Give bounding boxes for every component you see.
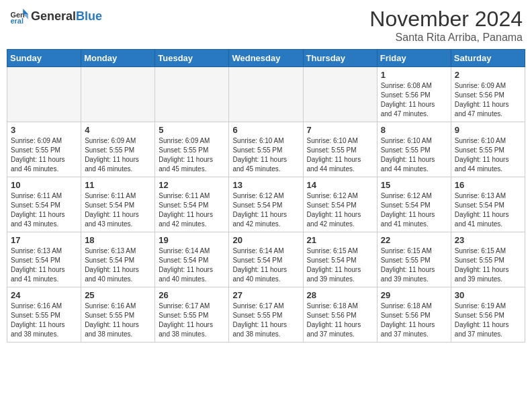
calendar-cell xyxy=(229,67,303,122)
weekday-header-sunday: Sunday xyxy=(7,50,81,67)
calendar-cell: 11Sunrise: 6:11 AM Sunset: 5:54 PM Dayli… xyxy=(81,177,155,232)
calendar-cell xyxy=(303,67,377,122)
day-info: Sunrise: 6:12 AM Sunset: 5:54 PM Dayligh… xyxy=(232,191,299,229)
day-number: 9 xyxy=(455,125,521,135)
day-number: 26 xyxy=(159,290,225,300)
day-info: Sunrise: 6:14 AM Sunset: 5:54 PM Dayligh… xyxy=(159,246,225,284)
page-header: Gen eral GeneralBlue November 2024 Santa… xyxy=(7,7,525,44)
logo: Gen eral GeneralBlue xyxy=(9,7,102,26)
day-number: 27 xyxy=(232,290,299,300)
calendar-cell: 23Sunrise: 6:15 AM Sunset: 5:55 PM Dayli… xyxy=(451,232,525,287)
day-info: Sunrise: 6:19 AM Sunset: 5:56 PM Dayligh… xyxy=(455,302,521,339)
day-number: 4 xyxy=(85,125,151,135)
calendar-title: November 2024 xyxy=(369,7,523,32)
calendar-cell: 8Sunrise: 6:10 AM Sunset: 5:55 PM Daylig… xyxy=(377,122,451,177)
day-info: Sunrise: 6:11 AM Sunset: 5:54 PM Dayligh… xyxy=(85,191,151,229)
calendar-cell: 10Sunrise: 6:11 AM Sunset: 5:54 PM Dayli… xyxy=(7,177,81,232)
day-number: 21 xyxy=(307,235,373,245)
day-info: Sunrise: 6:10 AM Sunset: 5:55 PM Dayligh… xyxy=(455,136,521,174)
day-number: 18 xyxy=(85,235,151,245)
calendar-cell: 26Sunrise: 6:17 AM Sunset: 5:55 PM Dayli… xyxy=(155,287,229,342)
day-info: Sunrise: 6:09 AM Sunset: 5:55 PM Dayligh… xyxy=(159,136,225,174)
day-info: Sunrise: 6:10 AM Sunset: 5:55 PM Dayligh… xyxy=(232,136,299,174)
day-info: Sunrise: 6:11 AM Sunset: 5:54 PM Dayligh… xyxy=(11,191,77,229)
svg-text:eral: eral xyxy=(11,17,24,25)
day-info: Sunrise: 6:13 AM Sunset: 5:54 PM Dayligh… xyxy=(11,246,77,284)
day-info: Sunrise: 6:17 AM Sunset: 5:55 PM Dayligh… xyxy=(232,302,299,339)
day-info: Sunrise: 6:18 AM Sunset: 5:56 PM Dayligh… xyxy=(381,302,447,339)
day-info: Sunrise: 6:13 AM Sunset: 5:54 PM Dayligh… xyxy=(455,191,521,229)
calendar-cell: 5Sunrise: 6:09 AM Sunset: 5:55 PM Daylig… xyxy=(155,122,229,177)
calendar-cell: 2Sunrise: 6:09 AM Sunset: 5:56 PM Daylig… xyxy=(451,67,525,122)
week-row-3: 10Sunrise: 6:11 AM Sunset: 5:54 PM Dayli… xyxy=(7,177,525,232)
day-info: Sunrise: 6:12 AM Sunset: 5:54 PM Dayligh… xyxy=(381,191,447,229)
weekday-header-thursday: Thursday xyxy=(303,50,377,67)
day-number: 15 xyxy=(381,180,447,190)
calendar-cell: 21Sunrise: 6:15 AM Sunset: 5:54 PM Dayli… xyxy=(303,232,377,287)
day-number: 7 xyxy=(307,125,373,135)
day-number: 2 xyxy=(455,70,521,80)
calendar-cell: 1Sunrise: 6:08 AM Sunset: 5:56 PM Daylig… xyxy=(377,67,451,122)
calendar-cell: 15Sunrise: 6:12 AM Sunset: 5:54 PM Dayli… xyxy=(377,177,451,232)
day-info: Sunrise: 6:14 AM Sunset: 5:54 PM Dayligh… xyxy=(232,246,299,284)
weekday-header-tuesday: Tuesday xyxy=(155,50,229,67)
day-info: Sunrise: 6:10 AM Sunset: 5:55 PM Dayligh… xyxy=(381,136,447,174)
day-info: Sunrise: 6:08 AM Sunset: 5:56 PM Dayligh… xyxy=(381,81,447,119)
day-info: Sunrise: 6:12 AM Sunset: 5:54 PM Dayligh… xyxy=(307,191,373,229)
calendar-cell xyxy=(155,67,229,122)
day-info: Sunrise: 6:10 AM Sunset: 5:55 PM Dayligh… xyxy=(307,136,373,174)
weekday-header-wednesday: Wednesday xyxy=(229,50,303,67)
day-number: 13 xyxy=(232,180,299,190)
calendar-cell: 9Sunrise: 6:10 AM Sunset: 5:55 PM Daylig… xyxy=(451,122,525,177)
day-number: 30 xyxy=(455,290,521,300)
day-number: 19 xyxy=(159,235,225,245)
day-number: 16 xyxy=(455,180,521,190)
day-info: Sunrise: 6:16 AM Sunset: 5:55 PM Dayligh… xyxy=(85,302,151,339)
week-row-5: 24Sunrise: 6:16 AM Sunset: 5:55 PM Dayli… xyxy=(7,287,525,342)
day-info: Sunrise: 6:11 AM Sunset: 5:54 PM Dayligh… xyxy=(159,191,225,229)
day-number: 8 xyxy=(381,125,447,135)
day-number: 28 xyxy=(307,290,373,300)
calendar-cell xyxy=(81,67,155,122)
calendar-cell: 24Sunrise: 6:16 AM Sunset: 5:55 PM Dayli… xyxy=(7,287,81,342)
day-number: 23 xyxy=(455,235,521,245)
day-number: 10 xyxy=(11,180,77,190)
week-row-2: 3Sunrise: 6:09 AM Sunset: 5:55 PM Daylig… xyxy=(7,122,525,177)
day-number: 14 xyxy=(307,180,373,190)
day-number: 5 xyxy=(159,125,225,135)
day-info: Sunrise: 6:09 AM Sunset: 5:55 PM Dayligh… xyxy=(11,136,77,174)
day-number: 20 xyxy=(232,235,299,245)
day-info: Sunrise: 6:09 AM Sunset: 5:56 PM Dayligh… xyxy=(455,81,521,119)
calendar-cell: 4Sunrise: 6:09 AM Sunset: 5:55 PM Daylig… xyxy=(81,122,155,177)
day-info: Sunrise: 6:17 AM Sunset: 5:55 PM Dayligh… xyxy=(159,302,225,339)
day-number: 29 xyxy=(381,290,447,300)
weekday-header-saturday: Saturday xyxy=(451,50,525,67)
calendar-cell xyxy=(7,67,81,122)
calendar-cell: 18Sunrise: 6:13 AM Sunset: 5:54 PM Dayli… xyxy=(81,232,155,287)
logo-icon: Gen eral xyxy=(9,7,28,26)
day-number: 25 xyxy=(85,290,151,300)
logo-text: GeneralBlue xyxy=(31,9,102,24)
day-number: 11 xyxy=(85,180,151,190)
day-number: 12 xyxy=(159,180,225,190)
calendar-cell: 7Sunrise: 6:10 AM Sunset: 5:55 PM Daylig… xyxy=(303,122,377,177)
calendar-cell: 19Sunrise: 6:14 AM Sunset: 5:54 PM Dayli… xyxy=(155,232,229,287)
day-info: Sunrise: 6:15 AM Sunset: 5:54 PM Dayligh… xyxy=(307,246,373,284)
calendar-cell: 28Sunrise: 6:18 AM Sunset: 5:56 PM Dayli… xyxy=(303,287,377,342)
calendar-cell: 29Sunrise: 6:18 AM Sunset: 5:56 PM Dayli… xyxy=(377,287,451,342)
day-info: Sunrise: 6:13 AM Sunset: 5:54 PM Dayligh… xyxy=(85,246,151,284)
day-number: 17 xyxy=(11,235,77,245)
day-number: 22 xyxy=(381,235,447,245)
calendar-cell: 17Sunrise: 6:13 AM Sunset: 5:54 PM Dayli… xyxy=(7,232,81,287)
day-number: 24 xyxy=(11,290,77,300)
day-number: 3 xyxy=(11,125,77,135)
calendar-cell: 14Sunrise: 6:12 AM Sunset: 5:54 PM Dayli… xyxy=(303,177,377,232)
calendar-cell: 22Sunrise: 6:15 AM Sunset: 5:55 PM Dayli… xyxy=(377,232,451,287)
day-info: Sunrise: 6:18 AM Sunset: 5:56 PM Dayligh… xyxy=(307,302,373,339)
weekday-header-monday: Monday xyxy=(81,50,155,67)
title-block: November 2024 Santa Rita Arriba, Panama xyxy=(369,7,523,44)
calendar-cell: 6Sunrise: 6:10 AM Sunset: 5:55 PM Daylig… xyxy=(229,122,303,177)
day-number: 6 xyxy=(232,125,299,135)
calendar-subtitle: Santa Rita Arriba, Panama xyxy=(369,32,523,44)
calendar-cell: 25Sunrise: 6:16 AM Sunset: 5:55 PM Dayli… xyxy=(81,287,155,342)
